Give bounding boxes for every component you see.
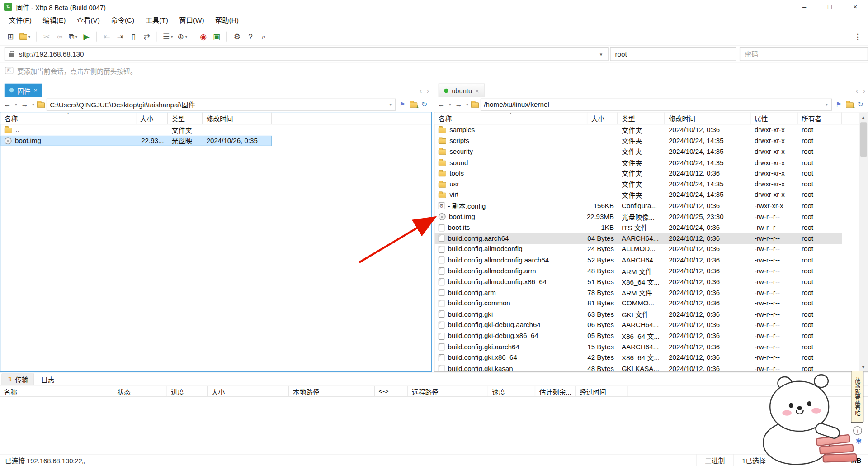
back-dropdown-icon[interactable]: ▾ xyxy=(14,102,19,107)
file-row[interactable]: build.config.arm178 BytesARM 文件2024/10/1… xyxy=(434,287,842,298)
transfer-column-7[interactable]: 速度 xyxy=(488,386,535,396)
session-url-combo[interactable]: sftp://192.168.68.130 ▾ xyxy=(5,47,609,61)
tab-scroll-left-icon[interactable]: ‹ xyxy=(420,87,422,94)
path-dropdown-icon[interactable]: ▾ xyxy=(388,102,393,107)
file-row[interactable]: build.config.gki.x86_64142 BytesX86_64 文… xyxy=(434,352,842,363)
remote-tab[interactable]: ubuntu × xyxy=(439,84,485,97)
zoom-button[interactable]: ⌕ xyxy=(258,30,270,43)
xterminal-button[interactable]: ▣ xyxy=(211,30,223,43)
file-row[interactable]: build.config.allmodconfig.arm148 BytesAR… xyxy=(434,266,842,276)
copy-button[interactable]: ⧉▾ xyxy=(67,30,79,43)
transfer-column-9[interactable]: 经过时间 xyxy=(576,386,628,396)
file-row[interactable]: scripts文件夹2024/10/24, 14:35drwxr-xr-xroo… xyxy=(434,135,842,146)
file-row[interactable]: samples文件夹2024/10/12, 0:36drwxr-xr-xroot xyxy=(434,124,842,135)
file-row[interactable]: boot.its1KBITS 文件2024/10/24, 0:36-rw-r--… xyxy=(434,222,842,233)
file-row[interactable]: build.config.gki63 BytesGKI 文件2024/10/12… xyxy=(434,309,842,320)
remote-path-input[interactable]: /home/xu/linux/kernel ▾ xyxy=(481,98,832,110)
bookmark-icon[interactable]: ⚑ xyxy=(834,101,843,108)
back-button[interactable]: ← xyxy=(437,101,446,108)
bottom-tab-log[interactable]: 日志 xyxy=(36,373,60,385)
menu-help[interactable]: 帮助(H) xyxy=(210,14,244,27)
remote-scrollbar[interactable]: ▲ ▼ xyxy=(859,112,868,371)
xshell-button[interactable]: ◉ xyxy=(197,30,209,43)
local-tab[interactable]: 固件 × xyxy=(5,84,42,97)
scrollbar-thumb[interactable] xyxy=(860,122,867,157)
file-row[interactable]: virt文件夹2024/10/24, 14:35drwxr-xr-xroot xyxy=(434,190,842,200)
file-row[interactable]: build.config.allmodconfig.aarch64152 Byt… xyxy=(434,255,842,266)
new-session-button[interactable]: ⊞ xyxy=(5,30,17,43)
password-input[interactable] xyxy=(740,50,868,58)
menu-tools[interactable]: 工具(T) xyxy=(140,14,174,27)
column-header-0[interactable]: 名称▲ xyxy=(0,112,136,124)
file-row[interactable]: sound文件夹2024/10/24, 14:35drwxr-xr-xroot xyxy=(434,157,842,168)
new-folder-button[interactable] xyxy=(409,100,418,108)
settings-button[interactable]: ⚙ xyxy=(231,30,243,43)
transfer-column-3[interactable]: 大小 xyxy=(208,386,289,396)
menu-edit[interactable]: 编辑(E) xyxy=(37,14,71,27)
path-dropdown-icon[interactable]: ▾ xyxy=(825,102,829,107)
column-header-2[interactable]: 类型 xyxy=(618,112,665,124)
back-button[interactable]: ← xyxy=(3,101,12,108)
view-mode-button[interactable]: ☰▾ xyxy=(161,30,175,43)
username-input[interactable] xyxy=(611,50,736,58)
local-tab-close-icon[interactable]: × xyxy=(34,87,38,94)
file-row[interactable]: build.config.common281 BytesCOMMO...2024… xyxy=(434,298,842,309)
file-row[interactable]: build.config.allmodconfig.x86_64151 Byte… xyxy=(434,276,842,287)
forward-button[interactable]: → xyxy=(454,101,463,108)
encoding-button[interactable]: ⊕▾ xyxy=(176,30,189,43)
transfer-right-button[interactable]: ⇥ xyxy=(114,30,126,43)
help-button[interactable]: ? xyxy=(244,30,256,43)
column-header-4[interactable]: 属性 xyxy=(750,112,797,124)
tab-scroll-right-icon[interactable]: › xyxy=(863,87,865,94)
file-row[interactable]: security文件夹2024/10/24, 14:35drwxr-xr-xro… xyxy=(434,146,842,157)
file-row[interactable]: build.config.gki-debug.aarch64106 BytesA… xyxy=(434,320,842,331)
transfer-column-5[interactable]: <-> xyxy=(375,386,408,396)
transfer-column-4[interactable]: 本地路径 xyxy=(289,386,375,396)
menu-command[interactable]: 命令(C) xyxy=(105,14,140,27)
transfer-column-0[interactable]: 名称 xyxy=(0,386,113,396)
forward-dropdown-icon[interactable]: ▾ xyxy=(465,102,470,107)
tab-scroll-right-icon[interactable]: › xyxy=(427,87,429,94)
column-header-3[interactable]: 修改时间 xyxy=(203,112,272,124)
transfer-left-button[interactable]: ⇤ xyxy=(101,30,113,43)
minimize-button[interactable]: – xyxy=(792,0,817,13)
file-row[interactable]: usr文件夹2024/10/24, 14:35drwxr-xr-xroot xyxy=(434,179,842,190)
transfer-column-1[interactable]: 状态 xyxy=(113,386,167,396)
scroll-down-icon[interactable]: ▼ xyxy=(859,362,868,371)
cut-button[interactable]: ✂ xyxy=(40,30,52,43)
transfer-column-2[interactable]: 进度 xyxy=(167,386,208,396)
scroll-up-icon[interactable]: ▲ xyxy=(859,112,868,121)
close-button[interactable]: × xyxy=(843,0,868,13)
bottom-tab-transfer[interactable]: ⇅传输 xyxy=(2,373,35,385)
mobile-view-button[interactable]: ▯ xyxy=(127,30,140,43)
column-header-3[interactable]: 修改时间 xyxy=(665,112,751,124)
file-row[interactable]: ..文件夹 xyxy=(0,124,272,135)
menu-view[interactable]: 查看(V) xyxy=(71,14,106,27)
run-button[interactable]: ▶ xyxy=(80,30,93,43)
column-header-1[interactable]: 大小 xyxy=(587,112,618,124)
column-header-0[interactable]: 名称▲ xyxy=(434,112,587,124)
session-url-dropdown-icon[interactable]: ▾ xyxy=(599,51,603,57)
refresh-button[interactable]: ↻ xyxy=(856,101,865,108)
forward-dropdown-icon[interactable]: ▾ xyxy=(31,102,36,107)
column-header-1[interactable]: 大小 xyxy=(136,112,168,124)
remote-tab-close-icon[interactable]: × xyxy=(475,87,479,94)
file-row[interactable]: build.config.gki.kasan648 BytesGKI KASA.… xyxy=(434,363,842,371)
column-header-2[interactable]: 类型 xyxy=(168,112,203,124)
transfer-column-8[interactable]: 估计剩余... xyxy=(535,386,576,396)
local-path-input[interactable]: C:\Users\QINGJUE\Desktop\git\taishanpai\… xyxy=(47,98,396,110)
file-row[interactable]: boot.img22.93...光盘映...2024/10/26, 0:35 xyxy=(0,135,272,146)
open-session-button[interactable]: ▾ xyxy=(18,30,32,43)
file-row[interactable]: build.config.gki-debug.x86_64105 BytesX8… xyxy=(434,331,842,342)
column-header-5[interactable]: 所有者 xyxy=(797,112,842,124)
forward-button[interactable]: → xyxy=(20,101,29,108)
file-row[interactable]: tools文件夹2024/10/12, 0:36drwxr-xr-xroot xyxy=(434,168,842,179)
tab-scroll-left-icon[interactable]: ‹ xyxy=(856,87,858,94)
sync-browsing-button[interactable]: ⇄ xyxy=(141,30,153,43)
file-row[interactable]: - 副本.config156KBConfigura...2024/10/12, … xyxy=(434,200,842,211)
file-row[interactable]: build.config.aarch64304 BytesAARCH64...2… xyxy=(434,233,842,244)
menu-file[interactable]: 文件(F) xyxy=(3,14,37,27)
bookmark-icon[interactable]: ⚑ xyxy=(398,101,407,108)
refresh-button[interactable]: ↻ xyxy=(420,101,429,108)
new-folder-button[interactable] xyxy=(845,100,854,108)
